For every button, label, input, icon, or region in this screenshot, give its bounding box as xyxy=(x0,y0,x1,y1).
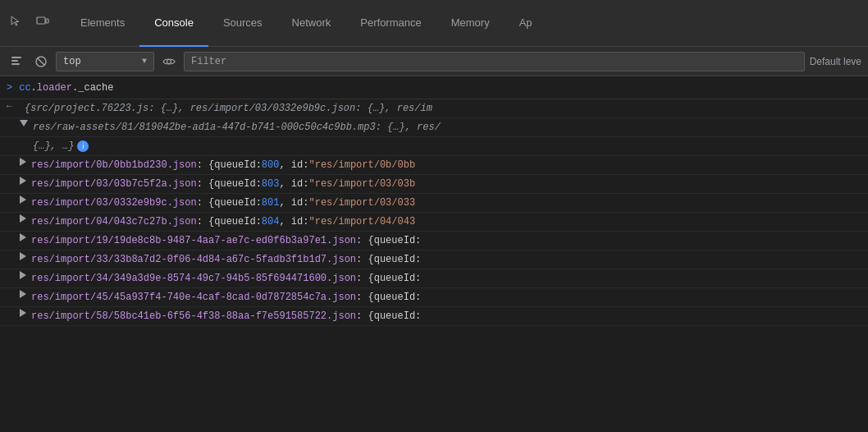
expand-tri-right-8[interactable] xyxy=(20,309,26,317)
expand-tri-right-6[interactable] xyxy=(20,271,26,279)
svg-rect-1 xyxy=(46,19,48,23)
svg-rect-0 xyxy=(37,17,45,24)
svg-rect-2 xyxy=(11,57,21,58)
expand-tri-right-2[interactable] xyxy=(20,195,26,204)
console-content: > cc.loader._cache ← {src/project.76223.… xyxy=(0,76,868,432)
svg-point-7 xyxy=(167,59,171,63)
context-selector[interactable]: top ▼ xyxy=(56,52,154,71)
tab-bar: Elements Console Sources Network Perform… xyxy=(0,0,868,47)
svg-line-6 xyxy=(38,57,45,65)
tab-icons xyxy=(7,11,53,34)
output-row-1: ← {src/project.76223.js: {…}, res/import… xyxy=(0,99,868,118)
expanded-row-1: res/raw-assets/81/819042be-ad1a-447d-b74… xyxy=(0,118,868,137)
info-icon: i xyxy=(77,140,89,152)
stop-icon[interactable] xyxy=(31,52,51,71)
expand-tri-right-1[interactable] xyxy=(20,177,26,185)
clear-console-button[interactable] xyxy=(7,52,26,71)
chevron-down-icon: ▼ xyxy=(142,57,147,66)
filter-input[interactable]: Filter xyxy=(184,52,805,71)
expand-tri-down[interactable] xyxy=(20,120,28,126)
property-row-1: res/import/03/03b7c5f2a.json: {queueId: … xyxy=(0,175,868,194)
property-row-7: res/import/45/45a937f4-740e-4caf-8cad-0d… xyxy=(0,288,868,307)
tab-network[interactable]: Network xyxy=(277,0,346,47)
property-row-0: res/import/0b/0bb1bd230.json: {queueId: … xyxy=(0,156,868,175)
property-row-8: res/import/58/58bc41eb-6f56-4f38-88aa-f7… xyxy=(0,307,868,326)
expand-tri-right-5[interactable] xyxy=(20,252,26,260)
expanded-row-2: {…}, …} i xyxy=(0,137,868,156)
expand-tri-right-0[interactable] xyxy=(20,158,26,166)
property-row-5: res/import/33/33b8a7d2-0f06-4d84-a67c-5f… xyxy=(0,250,868,269)
expand-tri-right-4[interactable] xyxy=(20,233,26,241)
device-icon[interactable] xyxy=(33,11,53,34)
tab-performance[interactable]: Performance xyxy=(345,0,436,47)
tab-memory[interactable]: Memory xyxy=(436,0,505,47)
svg-rect-4 xyxy=(11,63,20,65)
property-row-2: res/import/03/0332e9b9c.json: {queueId: … xyxy=(0,194,868,213)
tab-console[interactable]: Console xyxy=(139,0,208,47)
property-row-4: res/import/19/19de8c8b-9487-4aa7-ae7c-ed… xyxy=(0,232,868,250)
expand-tri-right-3[interactable] xyxy=(20,214,26,223)
default-level-label: Default leve xyxy=(810,56,861,67)
tab-elements[interactable]: Elements xyxy=(66,0,139,47)
property-row-6: res/import/34/349a3d9e-8574-49c7-94b5-85… xyxy=(0,269,868,288)
property-row-3: res/import/04/043c7c27b.json: {queueId: … xyxy=(0,213,868,232)
expand-tri-right-7[interactable] xyxy=(20,290,26,298)
input-arrow: > xyxy=(7,82,12,94)
svg-rect-3 xyxy=(11,60,18,62)
eye-icon[interactable] xyxy=(159,52,179,71)
console-input-row: > cc.loader._cache xyxy=(0,76,868,99)
toolbar: top ▼ Filter Default leve xyxy=(0,47,868,76)
tab-sources[interactable]: Sources xyxy=(208,0,277,47)
tab-ap[interactable]: Ap xyxy=(505,0,547,47)
cursor-icon[interactable] xyxy=(7,11,26,34)
